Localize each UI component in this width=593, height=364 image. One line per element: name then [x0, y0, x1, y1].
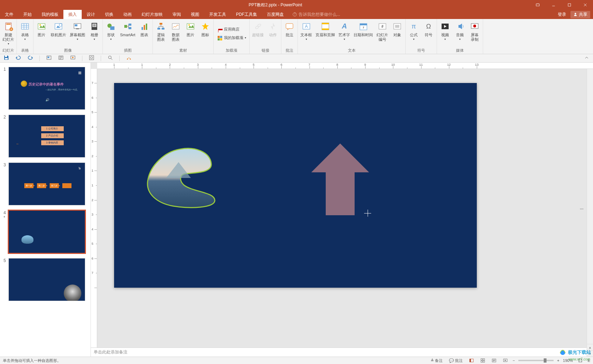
svg-point-72 — [127, 59, 128, 60]
view-slideshow-icon[interactable] — [501, 358, 509, 363]
logic-chart[interactable]: 逻辑 图表 — [154, 20, 168, 43]
qat-icon-3[interactable] — [89, 55, 94, 62]
next-slide-icon[interactable]: ▾ — [587, 350, 593, 357]
equation[interactable]: 公式▾ — [407, 20, 421, 41]
maximize-icon[interactable] — [561, 0, 577, 10]
smartart[interactable]: SmartArt — [119, 20, 137, 38]
slide-canvas[interactable]: ⁞ — [97, 69, 593, 347]
tab-设计[interactable]: 设计 — [82, 10, 100, 19]
tab-百度网盘[interactable]: 百度网盘 — [262, 10, 289, 19]
slide-thumbnails-panel[interactable]: 1历史记录中的著名事件—故以为异，周末中承托的一句话。🔊▦21 公司简介2 产品… — [0, 63, 91, 357]
notes-pane[interactable]: 单击此处添加备注 — [91, 347, 593, 357]
view-sorter-icon[interactable] — [479, 358, 487, 363]
qat-icon-5[interactable] — [126, 55, 132, 62]
icon[interactable]: 图标 — [198, 20, 212, 38]
my-addins[interactable]: 我的加载项 ▾ — [215, 34, 248, 42]
view-reading-icon[interactable] — [490, 358, 498, 363]
splitter-handle-icon[interactable]: ⁞ — [579, 208, 585, 210]
zoom-in-icon[interactable]: + — [557, 358, 559, 363]
online-picture[interactable]: 联机图片 — [49, 20, 68, 38]
audio[interactable]: 音频▾ — [453, 20, 467, 41]
svg-marker-68 — [72, 57, 74, 58]
tab-动画[interactable]: 动画 — [118, 10, 137, 19]
header-footer[interactable]: 页眉和页脚 — [314, 20, 336, 38]
fit-to-window-icon[interactable] — [576, 358, 584, 363]
login-link[interactable]: 登录 — [558, 12, 566, 18]
redo-icon[interactable] — [27, 55, 33, 62]
undo-icon[interactable] — [15, 55, 21, 62]
wordart-icon — [339, 21, 350, 32]
thumbnail-5[interactable]: 5 — [0, 257, 90, 305]
datetime[interactable]: 日期和时间 — [352, 20, 374, 38]
thumbnail-3[interactable]: 3🖱第一步▸第二步▸第三步▸ — [0, 161, 90, 209]
screen-record[interactable]: 屏幕 录制 — [468, 20, 482, 43]
zoom-out-icon[interactable]: − — [513, 358, 515, 363]
close-icon[interactable] — [577, 0, 593, 10]
tab-开发工具[interactable]: 开发工具 — [204, 10, 231, 19]
tab-幻灯片放映[interactable]: 幻灯片放映 — [137, 10, 168, 19]
zoom-slider[interactable] — [518, 360, 554, 361]
qat-icon-2[interactable] — [58, 55, 64, 62]
share-button[interactable]: 共享 — [570, 11, 590, 18]
tab-插入[interactable]: 插入 — [63, 10, 82, 19]
screenshot[interactable]: 屏幕截图▾ — [68, 20, 87, 41]
picture[interactable]: 图片 — [35, 20, 49, 38]
object[interactable]: 对象 — [390, 20, 404, 38]
new-slide[interactable]: 新建 幻灯片▾ — [1, 20, 15, 46]
svg-rect-58 — [536, 4, 539, 6]
table[interactable]: 表格▾ — [18, 20, 32, 41]
thumbnail-2[interactable]: 21 公司简介2 产品介绍3 举例内容← — [0, 113, 90, 161]
collapse-ribbon-icon[interactable] — [584, 55, 589, 62]
tab-切换[interactable]: 切换 — [100, 10, 118, 19]
comments-button[interactable]: 💬 批注 — [448, 358, 464, 363]
svg-rect-63 — [5, 58, 8, 59]
thumbnail-4[interactable]: 4* — [0, 209, 90, 257]
ribbon-group-加载项: 应用商店我的加载项 ▾加载项 — [214, 19, 250, 54]
album[interactable]: 相册▾ — [87, 20, 101, 41]
thumbnail-1[interactable]: 1历史记录中的著名事件—故以为异，周末中承托的一句话。🔊▦ — [0, 65, 90, 113]
tab-审阅[interactable]: 审阅 — [168, 10, 186, 19]
video[interactable]: 视频▾ — [438, 20, 452, 41]
start-from-beginning-icon[interactable] — [70, 55, 76, 62]
notes-button[interactable]: ≜ 备注 — [429, 358, 444, 363]
data-chart-icon — [170, 21, 181, 32]
minimize-icon[interactable] — [545, 0, 561, 10]
quick-access-toolbar — [0, 54, 593, 63]
qat-icon-4[interactable] — [107, 55, 113, 62]
vertical-scrollbar[interactable]: ▴ ▾ — [587, 69, 593, 357]
chart[interactable]: 图表 — [137, 20, 151, 38]
qat-icon-1[interactable] — [46, 55, 52, 62]
store[interactable]: 应用商店 — [215, 26, 242, 33]
svg-marker-84 — [505, 359, 506, 361]
slide-number[interactable]: 幻灯片 编号 — [375, 20, 389, 43]
data-chart[interactable]: 数据 图表 — [169, 20, 183, 43]
save-icon[interactable] — [4, 55, 9, 62]
textbox[interactable]: 文本框▾ — [299, 20, 313, 41]
svg-point-73 — [130, 59, 131, 60]
zoom-level[interactable]: 190% — [563, 358, 573, 363]
hyperlink-icon — [252, 21, 264, 32]
symbol[interactable]: 符号 — [422, 20, 436, 38]
status-bar: 单击并拖动可插入一种自选图形。 ≜ 备注 💬 批注 − + 190% E — [0, 357, 593, 364]
svg-rect-65 — [48, 57, 49, 58]
document-title: PPT教程2.pptx - PowerPoint — [21, 2, 530, 8]
freeform-picture-shape[interactable] — [145, 146, 218, 210]
comment[interactable]: 批注 — [282, 20, 296, 38]
ribbon-group-素材: 逻辑 图表数据 图表图片图标素材 — [153, 19, 214, 54]
current-slide[interactable] — [114, 83, 477, 288]
shapes[interactable]: 形状▾ — [104, 20, 118, 41]
tab-文件[interactable]: 文件 — [0, 10, 18, 19]
image[interactable]: 图片 — [183, 20, 198, 38]
up-arrow-shape[interactable] — [311, 143, 369, 215]
svg-rect-79 — [483, 359, 485, 360]
tab-PDF工具集[interactable]: PDF工具集 — [231, 10, 262, 19]
tab-视图[interactable]: 视图 — [186, 10, 204, 19]
wordart[interactable]: 艺术字▾ — [337, 20, 351, 41]
tell-me[interactable]: 告诉我您想要做什么... — [289, 10, 344, 19]
equation-icon — [408, 21, 419, 32]
tab-我的模板[interactable]: 我的模板 — [37, 10, 63, 19]
view-normal-icon[interactable] — [468, 358, 475, 363]
tab-开始[interactable]: 开始 — [18, 10, 37, 19]
ribbon-display-options-icon[interactable] — [530, 0, 545, 10]
prev-slide-icon[interactable]: ▴ — [587, 344, 593, 350]
